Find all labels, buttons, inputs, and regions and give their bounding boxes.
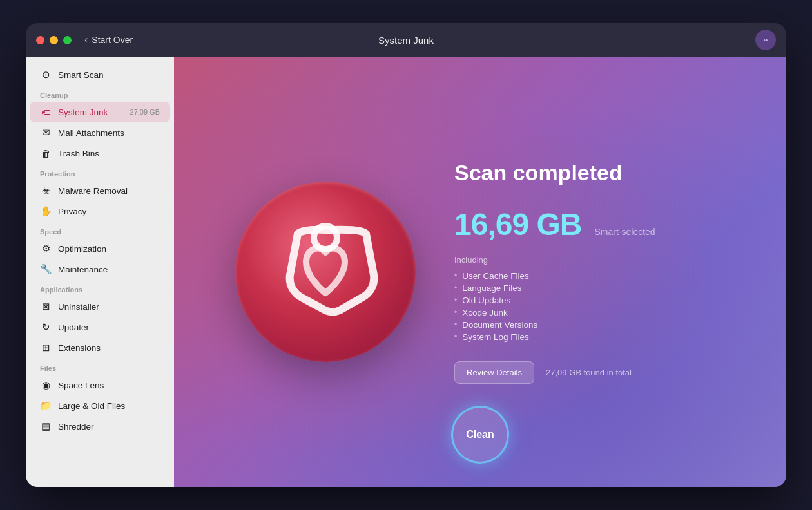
smart-selected-label: Smart-selected: [594, 227, 655, 237]
sidebar-item-system-junk[interactable]: 🏷 System Junk 27,09 GB: [30, 102, 170, 122]
sidebar-item-malware-removal[interactable]: ☣ Malware Removal: [30, 180, 170, 201]
scan-completed-title: Scan completed: [454, 160, 725, 185]
shredder-label: Shredder: [58, 422, 94, 431]
section-label-protection: Protection: [26, 164, 174, 180]
main-content: Scan completed 16,69 GB Smart-selected I…: [174, 57, 786, 487]
list-item: Xcode Junk: [454, 307, 725, 319]
sidebar-item-shredder[interactable]: ▤ Shredder: [30, 416, 170, 437]
list-item: User Cache Files: [454, 270, 725, 282]
sidebar-item-maintenance[interactable]: 🔧 Maintenance: [30, 259, 170, 279]
malware-removal-label: Malware Removal: [58, 186, 128, 196]
items-list: User Cache Files Language Files Old Upda…: [454, 270, 725, 343]
maximize-button[interactable]: [63, 36, 72, 44]
optimization-label: Optimization: [58, 244, 106, 254]
section-label-cleanup: Cleanup: [26, 85, 174, 102]
right-panel: Scan completed 16,69 GB Smart-selected I…: [454, 160, 725, 384]
privacy-label: Privacy: [58, 207, 86, 216]
malware-icon: ☣: [40, 185, 52, 196]
system-junk-label: System Junk: [58, 108, 108, 117]
main-layout: Scan completed 16,69 GB Smart-selected I…: [174, 147, 786, 397]
list-item: System Log Files: [454, 331, 725, 343]
space-lens-icon: ◉: [40, 379, 52, 391]
extensions-icon: ⊞: [40, 342, 52, 354]
sidebar-item-privacy[interactable]: ✋ Privacy: [30, 201, 170, 222]
size-row: 16,69 GB Smart-selected: [454, 207, 725, 242]
list-item: Document Versions: [454, 319, 725, 331]
maintenance-label: Maintenance: [58, 265, 108, 274]
minimize-button[interactable]: [50, 36, 58, 44]
clean-button[interactable]: Clean: [451, 406, 509, 464]
found-total-text: 27,09 GB found in total: [546, 368, 632, 377]
avatar-dots-icon: ••: [763, 37, 768, 44]
sidebar-item-extensions[interactable]: ⊞ Extensions: [30, 337, 170, 358]
traffic-lights: [36, 36, 72, 44]
app-window: ‹ Start Over System Junk •• ⊙ Smart Scan…: [26, 23, 786, 487]
updater-label: Updater: [58, 323, 89, 332]
sidebar-item-uninstaller[interactable]: ⊠ Uninstaller: [30, 296, 170, 317]
back-label: Start Over: [92, 35, 133, 45]
titlebar: ‹ Start Over System Junk ••: [26, 23, 786, 57]
window-title: System Junk: [378, 35, 434, 46]
privacy-icon: ✋: [40, 205, 52, 217]
mail-icon: ✉: [40, 127, 52, 138]
close-button[interactable]: [36, 36, 44, 44]
list-item: Old Updates: [454, 294, 725, 307]
size-value: 16,69 GB: [454, 207, 581, 242]
trash-icon: 🗑: [40, 147, 52, 159]
back-button[interactable]: ‹ Start Over: [84, 34, 133, 46]
large-files-icon: 📁: [40, 400, 52, 411]
system-junk-badge: 27,09 GB: [130, 108, 160, 116]
sidebar-item-optimization[interactable]: ⚙ Optimization: [30, 238, 170, 259]
trash-bins-label: Trash Bins: [58, 149, 99, 158]
sidebar-item-space-lens[interactable]: ◉ Space Lens: [30, 375, 170, 395]
user-avatar[interactable]: ••: [755, 30, 776, 50]
app-icon-container: [235, 182, 416, 362]
mail-attachments-label: Mail Attachments: [58, 128, 124, 138]
review-details-button[interactable]: Review Details: [454, 361, 534, 384]
optimization-icon: ⚙: [40, 243, 52, 254]
including-label: Including: [454, 255, 725, 265]
smart-scan-icon: ⊙: [40, 69, 52, 80]
junk-icon-svg: [271, 217, 380, 326]
icon-circle: [235, 182, 416, 362]
maintenance-icon: 🔧: [40, 263, 52, 275]
sidebar: ⊙ Smart Scan Cleanup 🏷 System Junk 27,09…: [26, 57, 174, 487]
space-lens-label: Space Lens: [58, 381, 104, 390]
sidebar-item-large-old-files[interactable]: 📁 Large & Old Files: [30, 395, 170, 416]
sidebar-item-mail-attachments[interactable]: ✉ Mail Attachments: [30, 122, 170, 143]
large-old-files-label: Large & Old Files: [58, 401, 125, 411]
section-label-speed: Speed: [26, 222, 174, 238]
clean-button-container: Clean: [451, 406, 509, 464]
sidebar-item-smart-scan[interactable]: ⊙ Smart Scan: [30, 64, 170, 85]
extensions-label: Extensions: [58, 343, 101, 353]
chevron-left-icon: ‹: [84, 34, 88, 46]
sidebar-smart-scan-label: Smart Scan: [58, 70, 104, 80]
sidebar-item-updater[interactable]: ↻ Updater: [30, 317, 170, 337]
action-row: Review Details 27,09 GB found in total: [454, 361, 725, 384]
section-label-applications: Applications: [26, 279, 174, 296]
divider: [454, 196, 725, 196]
sidebar-item-trash-bins[interactable]: 🗑 Trash Bins: [30, 143, 170, 164]
content-area: ⊙ Smart Scan Cleanup 🏷 System Junk 27,09…: [26, 57, 786, 487]
list-item: Language Files: [454, 282, 725, 294]
uninstaller-icon: ⊠: [40, 301, 52, 312]
section-label-files: Files: [26, 358, 174, 375]
system-junk-icon: 🏷: [40, 106, 52, 118]
shredder-icon: ▤: [40, 420, 52, 432]
updater-icon: ↻: [40, 321, 52, 333]
uninstaller-label: Uninstaller: [58, 302, 99, 312]
